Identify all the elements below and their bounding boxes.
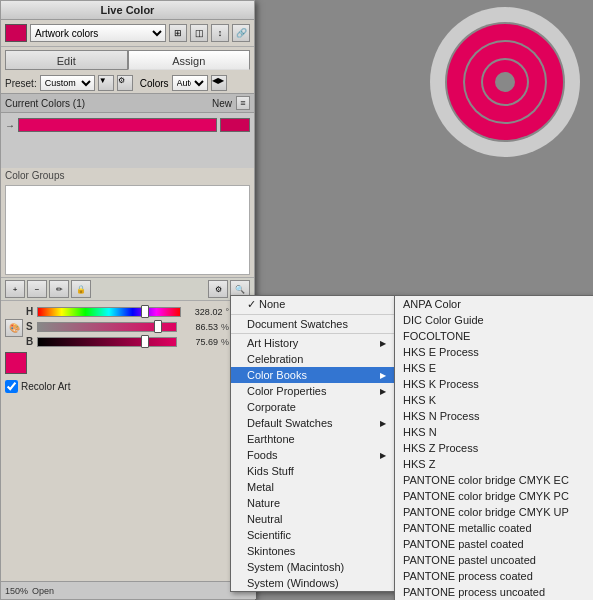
submenu-item[interactable]: HKS E Process: [395, 344, 593, 360]
tab-assign[interactable]: Assign: [128, 50, 251, 70]
sort-btn[interactable]: ↕: [211, 24, 229, 42]
panel-title: Live Color: [1, 1, 254, 20]
submenu-item[interactable]: DIC Color Guide: [395, 312, 593, 328]
edit-btn[interactable]: ✏: [49, 280, 69, 298]
menu-item-foods[interactable]: Foods: [231, 447, 394, 463]
current-color-bar[interactable]: [18, 118, 217, 132]
preset-select[interactable]: Custom: [40, 75, 95, 91]
menu-item-skintones[interactable]: Skintones: [231, 543, 394, 559]
submenu-item[interactable]: PANTONE process coated: [395, 568, 593, 584]
recolor-art-row: Recolor Art: [1, 377, 254, 396]
menu-item-default-swatches[interactable]: Default Swatches: [231, 415, 394, 431]
submenu-item[interactable]: HKS K: [395, 392, 593, 408]
preset-label: Preset:: [5, 78, 37, 89]
h-pct-btn[interactable]: °: [225, 307, 229, 317]
menu-item-doc-swatches[interactable]: Document Swatches: [231, 316, 394, 332]
s-value: 86.53: [180, 322, 218, 332]
gear-btn[interactable]: ⚙: [208, 280, 228, 298]
new-label: New: [212, 98, 232, 109]
colors-arrows-btn[interactable]: ◀▶: [211, 75, 227, 91]
current-colors-label: Current Colors (1): [5, 98, 85, 109]
submenu-item[interactable]: HKS Z Process: [395, 440, 593, 456]
menu-item-corporate[interactable]: Corporate: [231, 399, 394, 415]
target-icon: [428, 5, 583, 160]
submenu-item[interactable]: PANTONE metallic coated: [395, 520, 593, 536]
color-row-1: →: [5, 117, 250, 133]
preset-options-btn[interactable]: ▼: [98, 75, 114, 91]
submenu-item[interactable]: PANTONE color bridge CMYK PC: [395, 488, 593, 504]
recolor-art-checkbox[interactable]: [5, 380, 18, 393]
menu-item-earthtone[interactable]: Earthtone: [231, 431, 394, 447]
color-groups-area: [5, 185, 250, 275]
left-context-menu: ✓ NoneDocument SwatchesArt HistoryCelebr…: [230, 295, 395, 592]
s-row: S 86.53 %: [26, 321, 229, 332]
preset-settings-btn[interactable]: ⚙: [117, 75, 133, 91]
tab-edit[interactable]: Edit: [5, 50, 128, 70]
color-mode-btn[interactable]: 🎨: [5, 319, 23, 337]
colors-label: Colors: [140, 78, 169, 89]
colors-auto-select[interactable]: Auto: [172, 75, 208, 91]
submenu-item[interactable]: HKS Z: [395, 456, 593, 472]
h-label: H: [26, 306, 34, 317]
menu-item-color-books[interactable]: Color Books: [231, 367, 394, 383]
hsb-area: 🎨 H 328.02 ° S 86.53: [1, 300, 254, 377]
menu-item-nature[interactable]: Nature: [231, 495, 394, 511]
submenu-item[interactable]: PANTONE pastel uncoated: [395, 552, 593, 568]
panel-toolbar: Artwork colors ⊞ ◫ ↕ 🔗: [1, 20, 254, 47]
menu-item-neutral[interactable]: Neutral: [231, 511, 394, 527]
zoom-level: 150%: [5, 586, 28, 596]
menu-item-art-history[interactable]: Art History: [231, 335, 394, 351]
submenu-item[interactable]: PANTONE pastel coated: [395, 536, 593, 552]
menu-item-color-properties[interactable]: Color Properties: [231, 383, 394, 399]
color-groups-label: Color Groups: [1, 168, 254, 183]
swatch-row: 🎨 H 328.02 ° S 86.53: [5, 306, 250, 349]
new-color-bar[interactable]: [220, 118, 250, 132]
options-btn[interactable]: ≡: [236, 96, 250, 110]
bottom-toolbar: + − ✏ 🔒 ⚙ 🔍: [1, 277, 254, 300]
status-bar: 150% Open: [1, 581, 256, 599]
s-label: S: [26, 321, 34, 332]
h-row: H 328.02 °: [26, 306, 229, 317]
menu-item-none[interactable]: ✓ None: [231, 296, 394, 313]
b-row: B 75.69 %: [26, 336, 229, 347]
b-slider[interactable]: [37, 337, 177, 347]
submenu-item[interactable]: PANTONE color bridge CMYK EC: [395, 472, 593, 488]
hsb-color-swatch: [5, 352, 27, 374]
h-slider[interactable]: [37, 307, 181, 317]
submenu-item[interactable]: HKS E: [395, 360, 593, 376]
menu-item-system-win[interactable]: System (Windows): [231, 575, 394, 591]
arrow-icon: →: [5, 120, 15, 131]
artwork-colors-dropdown[interactable]: Artwork colors: [30, 24, 166, 42]
submenu-item[interactable]: FOCOLTONE: [395, 328, 593, 344]
submenu-item[interactable]: ANPA Color: [395, 296, 593, 312]
menu-item-scientific[interactable]: Scientific: [231, 527, 394, 543]
color-rows-area: →: [1, 113, 254, 168]
get-colors-btn[interactable]: ⊞: [169, 24, 187, 42]
delete-group-btn[interactable]: −: [27, 280, 47, 298]
b-label: B: [26, 336, 34, 347]
submenu-item[interactable]: HKS K Process: [395, 376, 593, 392]
tab-bar: Edit Assign: [5, 50, 250, 70]
add-group-btn[interactable]: +: [5, 280, 25, 298]
submenu-item[interactable]: PANTONE process uncoated: [395, 584, 593, 600]
menu-item-metal[interactable]: Metal: [231, 479, 394, 495]
s-slider[interactable]: [37, 322, 177, 332]
menu-item-celebration[interactable]: Celebration: [231, 351, 394, 367]
link-btn[interactable]: 🔗: [232, 24, 250, 42]
status-open: Open: [32, 586, 54, 596]
menu-item-system-mac[interactable]: System (Macintosh): [231, 559, 394, 575]
title-text: Live Color: [101, 4, 155, 16]
s-pct: %: [221, 322, 229, 332]
svg-point-7: [495, 72, 515, 92]
b-value: 75.69: [180, 337, 218, 347]
menu-item-kids-stuff[interactable]: Kids Stuff: [231, 463, 394, 479]
current-colors-header: Current Colors (1) New ≡: [1, 93, 254, 113]
lock-btn[interactable]: 🔒: [71, 280, 91, 298]
submenu-item[interactable]: HKS N Process: [395, 408, 593, 424]
submenu-item[interactable]: PANTONE color bridge CMYK UP: [395, 504, 593, 520]
main-color-swatch[interactable]: [5, 24, 27, 42]
limits-btn[interactable]: ◫: [190, 24, 208, 42]
submenu-item[interactable]: HKS N: [395, 424, 593, 440]
right-submenu: ANPA ColorDIC Color GuideFOCOLTONEHKS E …: [394, 295, 593, 600]
live-color-panel: Live Color Artwork colors ⊞ ◫ ↕ 🔗 Edit A…: [0, 0, 255, 600]
